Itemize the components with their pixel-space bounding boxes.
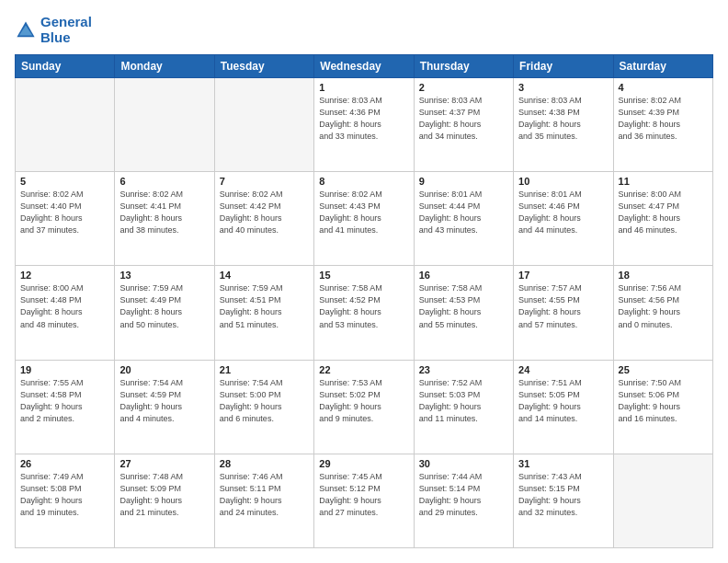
day-header-monday: Monday [115, 55, 214, 78]
day-number: 9 [419, 176, 508, 187]
day-number: 2 [419, 82, 508, 93]
day-detail: Sunrise: 8:02 AM Sunset: 4:41 PM Dayligh… [119, 189, 209, 236]
day-detail: Sunrise: 7:59 AM Sunset: 4:51 PM Dayligh… [220, 282, 309, 330]
calendar-cell: 16Sunrise: 7:58 AM Sunset: 4:53 PM Dayli… [414, 266, 513, 360]
day-header-friday: Friday [514, 55, 613, 78]
day-number: 16 [419, 270, 508, 281]
day-detail: Sunrise: 8:02 AM Sunset: 4:43 PM Dayligh… [319, 189, 408, 236]
day-number: 5 [20, 176, 109, 187]
calendar-cell: 6Sunrise: 8:02 AM Sunset: 4:41 PM Daylig… [115, 172, 214, 266]
day-number: 26 [20, 458, 109, 469]
calendar-week-row: 1Sunrise: 8:03 AM Sunset: 4:36 PM Daylig… [16, 78, 713, 172]
calendar-cell: 11Sunrise: 8:00 AM Sunset: 4:47 PM Dayli… [613, 172, 712, 266]
calendar-cell: 28Sunrise: 7:46 AM Sunset: 5:11 PM Dayli… [214, 454, 313, 547]
calendar-cell: 25Sunrise: 7:50 AM Sunset: 5:06 PM Dayli… [613, 360, 712, 454]
day-number: 23 [419, 364, 508, 375]
calendar-cell: 18Sunrise: 7:56 AM Sunset: 4:56 PM Dayli… [613, 266, 712, 360]
day-detail: Sunrise: 7:49 AM Sunset: 5:08 PM Dayligh… [20, 471, 109, 519]
header: General Blue [15, 15, 713, 45]
calendar-cell: 14Sunrise: 7:59 AM Sunset: 4:51 PM Dayli… [214, 266, 313, 360]
day-detail: Sunrise: 8:01 AM Sunset: 4:44 PM Dayligh… [419, 189, 508, 236]
logo-text: General Blue [40, 15, 92, 45]
day-number: 31 [518, 458, 608, 469]
day-number: 30 [419, 458, 508, 469]
day-number: 4 [619, 82, 708, 93]
calendar-cell: 9Sunrise: 8:01 AM Sunset: 4:44 PM Daylig… [414, 172, 513, 266]
calendar-cell: 24Sunrise: 7:51 AM Sunset: 5:05 PM Dayli… [514, 360, 613, 454]
day-detail: Sunrise: 7:48 AM Sunset: 5:09 PM Dayligh… [119, 471, 209, 519]
day-number: 25 [619, 364, 708, 375]
calendar-cell: 10Sunrise: 8:01 AM Sunset: 4:46 PM Dayli… [514, 172, 613, 266]
day-number: 6 [119, 176, 209, 187]
calendar-cell: 7Sunrise: 8:02 AM Sunset: 4:42 PM Daylig… [214, 172, 313, 266]
day-detail: Sunrise: 7:59 AM Sunset: 4:49 PM Dayligh… [119, 282, 209, 330]
calendar-cell: 20Sunrise: 7:54 AM Sunset: 4:59 PM Dayli… [115, 360, 214, 454]
day-number: 22 [319, 364, 408, 375]
logo-icon [15, 19, 37, 41]
calendar-cell: 1Sunrise: 8:03 AM Sunset: 4:36 PM Daylig… [314, 78, 414, 172]
calendar-cell: 13Sunrise: 7:59 AM Sunset: 4:49 PM Dayli… [115, 266, 214, 360]
day-detail: Sunrise: 8:02 AM Sunset: 4:40 PM Dayligh… [20, 189, 109, 236]
day-detail: Sunrise: 8:02 AM Sunset: 4:39 PM Dayligh… [619, 95, 708, 143]
day-detail: Sunrise: 8:03 AM Sunset: 4:38 PM Dayligh… [518, 95, 608, 143]
calendar-cell: 4Sunrise: 8:02 AM Sunset: 4:39 PM Daylig… [613, 78, 712, 172]
day-header-tuesday: Tuesday [214, 55, 313, 78]
calendar-cell: 29Sunrise: 7:45 AM Sunset: 5:12 PM Dayli… [314, 454, 414, 547]
day-number: 11 [619, 176, 708, 187]
calendar-week-row: 12Sunrise: 8:00 AM Sunset: 4:48 PM Dayli… [16, 266, 713, 360]
calendar-cell [115, 78, 214, 172]
calendar-cell [16, 78, 115, 172]
day-number: 28 [220, 458, 309, 469]
calendar-cell: 27Sunrise: 7:48 AM Sunset: 5:09 PM Dayli… [115, 454, 214, 547]
day-number: 18 [619, 270, 708, 281]
day-detail: Sunrise: 8:00 AM Sunset: 4:48 PM Dayligh… [20, 282, 109, 330]
calendar-cell: 19Sunrise: 7:55 AM Sunset: 4:58 PM Dayli… [16, 360, 115, 454]
logo: General Blue [15, 15, 92, 45]
day-number: 29 [319, 458, 408, 469]
day-detail: Sunrise: 7:44 AM Sunset: 5:14 PM Dayligh… [419, 471, 508, 519]
day-number: 12 [20, 270, 109, 281]
calendar-cell: 8Sunrise: 8:02 AM Sunset: 4:43 PM Daylig… [314, 172, 414, 266]
day-header-sunday: Sunday [16, 55, 115, 78]
calendar-cell: 26Sunrise: 7:49 AM Sunset: 5:08 PM Dayli… [16, 454, 115, 547]
calendar-cell: 31Sunrise: 7:43 AM Sunset: 5:15 PM Dayli… [514, 454, 613, 547]
calendar-cell: 2Sunrise: 8:03 AM Sunset: 4:37 PM Daylig… [414, 78, 513, 172]
day-detail: Sunrise: 7:57 AM Sunset: 4:55 PM Dayligh… [518, 282, 608, 330]
day-number: 14 [220, 270, 309, 281]
calendar-cell [214, 78, 313, 172]
day-detail: Sunrise: 7:52 AM Sunset: 5:03 PM Dayligh… [419, 377, 508, 425]
day-detail: Sunrise: 7:46 AM Sunset: 5:11 PM Dayligh… [220, 471, 309, 519]
day-number: 19 [20, 364, 109, 375]
day-number: 7 [220, 176, 309, 187]
day-detail: Sunrise: 7:58 AM Sunset: 4:53 PM Dayligh… [419, 282, 508, 330]
day-number: 8 [319, 176, 408, 187]
day-detail: Sunrise: 7:50 AM Sunset: 5:06 PM Dayligh… [619, 377, 708, 425]
calendar-cell: 30Sunrise: 7:44 AM Sunset: 5:14 PM Dayli… [414, 454, 513, 547]
day-number: 17 [518, 270, 608, 281]
day-number: 24 [518, 364, 608, 375]
calendar-week-row: 26Sunrise: 7:49 AM Sunset: 5:08 PM Dayli… [16, 454, 713, 547]
calendar-week-row: 5Sunrise: 8:02 AM Sunset: 4:40 PM Daylig… [16, 172, 713, 266]
day-detail: Sunrise: 7:53 AM Sunset: 5:02 PM Dayligh… [319, 377, 408, 425]
day-detail: Sunrise: 8:03 AM Sunset: 4:37 PM Dayligh… [419, 95, 508, 143]
day-number: 3 [518, 82, 608, 93]
day-number: 10 [518, 176, 608, 187]
calendar-cell: 15Sunrise: 7:58 AM Sunset: 4:52 PM Dayli… [314, 266, 414, 360]
day-detail: Sunrise: 7:43 AM Sunset: 5:15 PM Dayligh… [518, 471, 608, 519]
day-detail: Sunrise: 7:45 AM Sunset: 5:12 PM Dayligh… [319, 471, 408, 519]
calendar-cell: 3Sunrise: 8:03 AM Sunset: 4:38 PM Daylig… [514, 78, 613, 172]
day-header-thursday: Thursday [414, 55, 513, 78]
day-detail: Sunrise: 7:54 AM Sunset: 4:59 PM Dayligh… [119, 377, 209, 425]
calendar-cell: 12Sunrise: 8:00 AM Sunset: 4:48 PM Dayli… [16, 266, 115, 360]
day-number: 20 [119, 364, 209, 375]
day-number: 1 [319, 82, 408, 93]
day-number: 21 [220, 364, 309, 375]
calendar-cell: 21Sunrise: 7:54 AM Sunset: 5:00 PM Dayli… [214, 360, 313, 454]
day-detail: Sunrise: 7:54 AM Sunset: 5:00 PM Dayligh… [220, 377, 309, 425]
calendar-cell: 5Sunrise: 8:02 AM Sunset: 4:40 PM Daylig… [16, 172, 115, 266]
calendar-cell: 23Sunrise: 7:52 AM Sunset: 5:03 PM Dayli… [414, 360, 513, 454]
calendar-table: SundayMondayTuesdayWednesdayThursdayFrid… [15, 54, 713, 548]
calendar-header-row: SundayMondayTuesdayWednesdayThursdayFrid… [16, 55, 713, 78]
day-number: 13 [119, 270, 209, 281]
calendar-cell: 17Sunrise: 7:57 AM Sunset: 4:55 PM Dayli… [514, 266, 613, 360]
